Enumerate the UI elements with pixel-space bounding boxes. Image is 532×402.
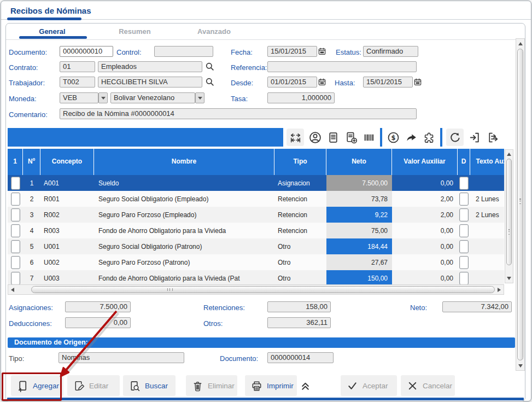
hasta-calendar-icon[interactable]	[413, 77, 422, 87]
collapse-button[interactable]	[299, 375, 315, 396]
trabajador-name-field[interactable]: HECGLIBETH SILVA	[98, 77, 202, 88]
column-header[interactable]: Nº	[23, 149, 40, 175]
row-selector-checkbox[interactable]	[8, 223, 23, 238]
table-row[interactable]: 3R002Seguro Paro Forzoso (Empleado)Reten…	[8, 207, 504, 223]
d-checkbox[interactable]	[458, 191, 470, 207]
checkbox[interactable]	[459, 256, 469, 269]
column-header[interactable]: D	[458, 149, 470, 175]
moneda-name-field[interactable]: Bolivar Venezolano	[110, 92, 195, 103]
import-icon[interactable]	[467, 130, 482, 144]
table-row[interactable]: 7U003Fondo de Ahorro Obligatorio para la…	[8, 270, 504, 284]
form-vertical-scrollbar[interactable]	[516, 38, 525, 371]
column-header[interactable]: Neto	[326, 149, 392, 175]
comentario-field[interactable]: Recibo de la Nómina #0000000014	[60, 108, 417, 119]
checkbox[interactable]	[459, 240, 469, 253]
table-horizontal-scrollbar[interactable]	[8, 284, 504, 295]
control-field[interactable]	[154, 46, 213, 57]
d-checkbox[interactable]	[458, 254, 470, 270]
contrato-search-icon[interactable]	[204, 61, 215, 72]
table-row[interactable]: 5U001Seguro Social Obligatorio (Patrono)…	[8, 238, 504, 254]
currency-dollar-icon[interactable]: $	[386, 130, 400, 144]
barcode-icon[interactable]	[362, 130, 376, 144]
cancelar-button[interactable]: Cancelar	[401, 375, 455, 396]
contrato-code-field[interactable]: 01	[60, 61, 95, 72]
column-header[interactable]: Texto Auxiliar	[470, 149, 504, 175]
hasta-field[interactable]: 15/01/2015	[363, 77, 413, 88]
d-checkbox[interactable]	[458, 175, 470, 191]
column-header[interactable]: Tipo	[274, 149, 326, 175]
user-icon[interactable]	[308, 130, 322, 144]
desde-calendar-icon[interactable]	[318, 77, 326, 87]
document-add-icon[interactable]	[344, 130, 358, 144]
table-row[interactable]: 6U002Seguro Paro Forzoso (Patrono)Otro27…	[8, 254, 504, 270]
tasa-field[interactable]: 1,000000	[267, 92, 335, 103]
scroll-up-icon[interactable]	[516, 40, 524, 47]
agregar-button[interactable]: Agregar	[11, 375, 63, 396]
fecha-field[interactable]: 15/01/2015	[267, 46, 317, 57]
table-hscroll-thumb[interactable]	[31, 286, 495, 293]
editar-button[interactable]: Editar	[67, 375, 120, 396]
fecha-calendar-icon[interactable]	[318, 46, 326, 56]
column-header[interactable]: Valor Auxiliar	[392, 149, 458, 175]
checkbox[interactable]	[459, 272, 469, 285]
row-selector-checkbox[interactable]	[8, 175, 23, 191]
checkbox[interactable]	[11, 193, 20, 206]
checkbox[interactable]	[11, 256, 20, 269]
moneda-code-field[interactable]: VEB	[60, 92, 98, 103]
tab-general[interactable]: General	[18, 27, 86, 36]
resize-columns-icon[interactable]	[287, 129, 304, 146]
contrato-name-field[interactable]: Empleados	[98, 61, 202, 72]
table-vscroll-thumb[interactable]	[506, 159, 512, 265]
moneda-name-dropdown-icon[interactable]	[195, 92, 204, 103]
tab-avanzado[interactable]: Avanzado	[180, 27, 248, 36]
trabajador-search-icon[interactable]	[204, 77, 215, 88]
checkbox[interactable]	[459, 177, 469, 190]
checkbox[interactable]	[459, 224, 469, 237]
d-checkbox[interactable]	[458, 270, 470, 284]
eliminar-button[interactable]: Eliminar	[186, 375, 237, 396]
refresh-icon[interactable]	[446, 129, 464, 146]
export-icon[interactable]	[486, 130, 500, 144]
checkbox[interactable]	[459, 208, 469, 222]
aceptar-button[interactable]: Aceptar	[341, 375, 397, 396]
table-vertical-scrollbar[interactable]	[505, 149, 513, 283]
trabajador-code-field[interactable]: T002	[60, 77, 95, 88]
column-header[interactable]: 1	[8, 149, 23, 175]
puzzle-icon[interactable]	[422, 130, 436, 144]
checkbox[interactable]	[11, 272, 20, 285]
checkbox[interactable]	[11, 177, 20, 190]
checkbox[interactable]	[11, 208, 20, 222]
scroll-up-icon[interactable]	[505, 151, 513, 158]
checkbox[interactable]	[11, 224, 20, 237]
referencia-field[interactable]	[267, 61, 417, 72]
form-vscroll-thumb[interactable]	[517, 49, 523, 360]
moneda-code-dropdown-icon[interactable]	[98, 92, 108, 103]
documento-field[interactable]: 0000000010	[60, 46, 113, 57]
desde-field[interactable]: 01/01/2015	[267, 77, 317, 88]
share-arrow-icon[interactable]	[404, 130, 418, 144]
row-selector-checkbox[interactable]	[8, 191, 23, 207]
tab-resumen[interactable]: Resumen	[101, 27, 169, 36]
button-label: Aceptar	[363, 382, 388, 390]
row-selector-checkbox[interactable]	[8, 270, 23, 284]
scroll-down-icon[interactable]	[516, 362, 524, 369]
row-selector-checkbox[interactable]	[8, 238, 23, 254]
row-selector-checkbox[interactable]	[8, 254, 23, 270]
checkbox[interactable]	[11, 240, 20, 253]
checkbox[interactable]	[459, 193, 469, 206]
scroll-right-icon[interactable]	[496, 285, 502, 294]
document-icon[interactable]	[326, 130, 340, 144]
buscar-button[interactable]: Buscar	[123, 375, 176, 396]
table-row[interactable]: 2R001Seguro Social Obligatorio (Empleado…	[8, 191, 504, 207]
imprimir-button[interactable]: Imprimir	[245, 375, 297, 396]
column-header[interactable]: Concepto	[40, 149, 94, 175]
table-row[interactable]: 1A001SueldoAsignacion7.500,000,00	[8, 175, 504, 191]
d-checkbox[interactable]	[458, 207, 470, 223]
d-checkbox[interactable]	[458, 238, 470, 254]
scroll-down-icon[interactable]	[505, 275, 513, 282]
table-row[interactable]: 4R003Fondo de Ahorro Obligatorio para la…	[8, 223, 504, 238]
d-checkbox[interactable]	[458, 223, 470, 238]
scroll-left-icon[interactable]	[9, 285, 16, 294]
column-header[interactable]: Nombre	[94, 149, 274, 175]
row-selector-checkbox[interactable]	[8, 207, 23, 223]
